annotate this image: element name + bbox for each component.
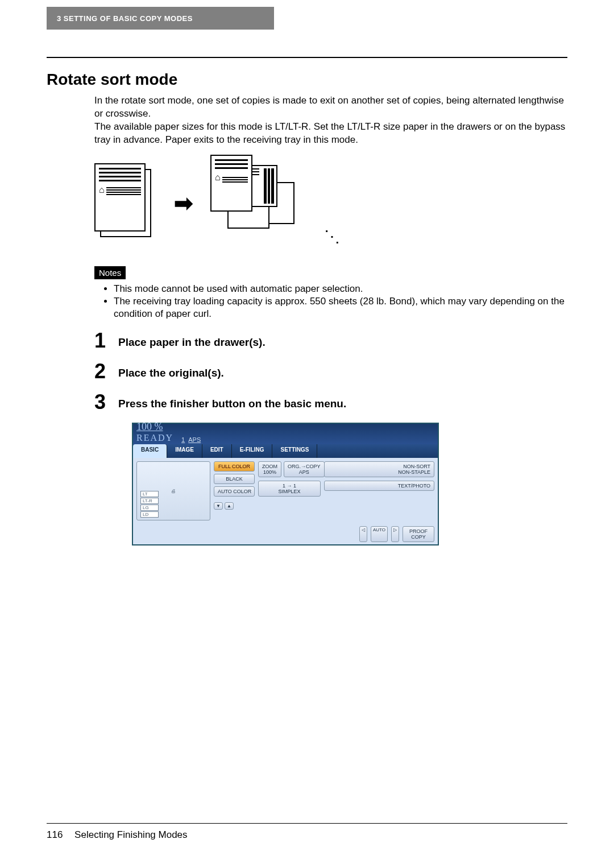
note-item: This mode cannot be used with automatic …	[114, 283, 567, 295]
step-text: Place paper in the drawer(s).	[118, 330, 265, 349]
zoom-button[interactable]: ZOOM 100%	[258, 461, 281, 477]
drawer-item: LD	[140, 511, 159, 518]
drawer-item: LT-R	[140, 498, 159, 504]
printer-panel: 100 % READY 1 APS BASIC IMAGE EDIT E-FIL…	[132, 423, 439, 545]
diagram: ⌂ ➡ ⌂ ⋱	[94, 155, 567, 251]
panel-status-bar: 100 % READY 1 APS	[133, 424, 438, 444]
top-rule	[47, 57, 567, 58]
step-item: 3 Press the finisher button on the basic…	[94, 392, 567, 412]
page-number: 116	[47, 829, 63, 840]
drawer-list: LT LT-R LG LD	[140, 491, 159, 518]
auto-color-button[interactable]: AUTO COLOR	[214, 486, 255, 497]
step-number: 3	[94, 392, 106, 412]
ready-status: READY	[136, 433, 173, 443]
intro-p2: The available paper sizes for this mode …	[94, 121, 567, 147]
panel-bottom-bar: ◁ AUTO ▷ PROOF COPY	[133, 524, 438, 544]
tab-image[interactable]: IMAGE	[167, 444, 202, 458]
chapter-header: 3 SETTING OF BASIC COPY MODES	[47, 7, 274, 30]
org-copy-button[interactable]: ORG.→COPY APS	[284, 461, 325, 477]
step-number: 2	[94, 361, 106, 382]
step-number: 1	[94, 330, 106, 351]
text-photo-button[interactable]: TEXT/PHOTO	[324, 481, 434, 491]
house-icon: ⌂	[215, 172, 221, 183]
page-footer: 116 Selecting Finishing Modes	[47, 823, 567, 841]
ellipsis-icon: ⋱	[324, 227, 342, 251]
panel-body: 🖨 LT LT-R LG LD FULL COLOR BLACK AUTO CO…	[133, 458, 438, 524]
tab-basic[interactable]: BASIC	[133, 444, 167, 458]
full-color-button[interactable]: FULL COLOR	[214, 461, 255, 472]
tab-edit[interactable]: EDIT	[202, 444, 232, 458]
prev-button[interactable]: ◁	[359, 526, 367, 542]
panel-tabs: BASIC IMAGE EDIT E-FILING SETTINGS	[133, 444, 438, 458]
notes-label: Notes	[94, 266, 126, 279]
steps-list: 1 Place paper in the drawer(s). 2 Place …	[94, 330, 567, 412]
step-text: Place the original(s).	[118, 361, 224, 379]
notes-list: This mode cannot be used with automatic …	[106, 283, 567, 320]
auto-button[interactable]: AUTO	[371, 526, 388, 542]
step-item: 2 Place the original(s).	[94, 361, 567, 382]
tab-settings[interactable]: SETTINGS	[272, 444, 317, 458]
note-item: The receiving tray loading capacity is a…	[114, 295, 567, 320]
step-item: 1 Place paper in the drawer(s).	[94, 330, 567, 351]
intro-paragraphs: In the rotate sort mode, one set of copi…	[94, 94, 567, 147]
zoom-percent: 100 %	[136, 421, 173, 433]
printer-icon: 🖨	[171, 489, 176, 494]
drawer-item: LT	[140, 491, 159, 497]
output-stack: ⌂	[210, 155, 307, 251]
aps-label: APS	[188, 436, 201, 443]
color-buttons: FULL COLOR BLACK AUTO COLOR ▼ ▲	[214, 461, 255, 520]
intro-p1: In the rotate sort mode, one set of copi…	[94, 94, 567, 121]
step-text: Press the finisher button on the basic m…	[118, 392, 346, 410]
tab-efiling[interactable]: E-FILING	[232, 444, 273, 458]
black-button[interactable]: BLACK	[214, 474, 255, 484]
machine-diagram: 🖨 LT LT-R LG LD	[136, 461, 210, 520]
down-arrow-button[interactable]: ▼	[214, 502, 223, 510]
arrow-icon: ➡	[174, 190, 193, 216]
house-icon: ⌂	[99, 185, 105, 195]
proof-copy-button[interactable]: PROOF COPY	[403, 526, 434, 542]
copy-count: 1	[181, 436, 185, 443]
up-arrow-button[interactable]: ▲	[225, 502, 234, 510]
section-title: Rotate sort mode	[47, 71, 567, 89]
next-button[interactable]: ▷	[391, 526, 399, 542]
drawer-item: LG	[140, 505, 159, 511]
non-sort-button[interactable]: NON-SORT NON-STAPLE	[324, 461, 434, 477]
footer-title: Selecting Finishing Modes	[74, 829, 187, 840]
chapter-title: 3 SETTING OF BASIC COPY MODES	[57, 14, 193, 23]
source-stack: ⌂	[94, 163, 157, 243]
simplex-button[interactable]: 1 → 1 SIMPLEX	[258, 481, 321, 497]
